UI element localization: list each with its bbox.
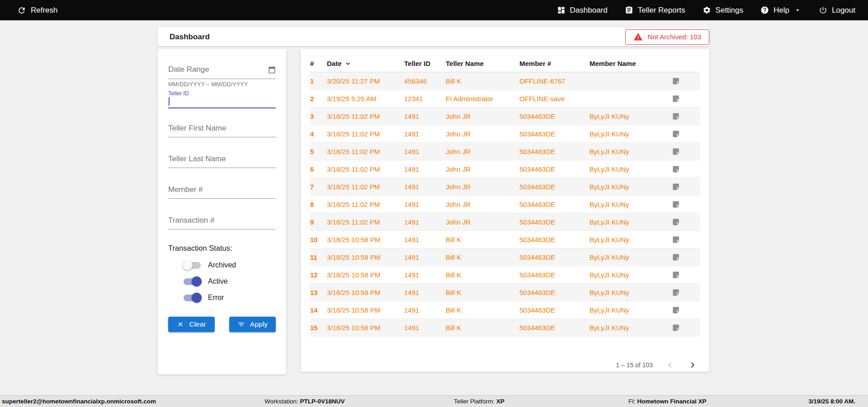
teller-id-cell: 1491	[404, 319, 446, 337]
date-range-input[interactable]	[168, 65, 268, 74]
note-icon[interactable]	[672, 288, 680, 297]
note-cell	[669, 160, 700, 178]
date-cell: 3/18/25 10:58 PM	[327, 301, 404, 319]
note-icon[interactable]	[672, 147, 680, 156]
apply-button[interactable]: Apply	[229, 317, 276, 332]
note-icon[interactable]	[672, 218, 680, 226]
transactions-table: # Date Teller ID Teller Name Member # Me…	[310, 53, 700, 337]
error-toggle[interactable]	[183, 292, 202, 303]
note-cell	[669, 231, 700, 248]
teller-id-cell: 1491	[404, 301, 446, 319]
nav-help-label: Help	[774, 6, 789, 15]
clear-button[interactable]: Clear	[168, 317, 215, 332]
note-icon[interactable]	[672, 271, 680, 279]
member-number-cell: 5034463DE	[519, 319, 590, 337]
teller-name-cell: Bill K	[446, 72, 519, 90]
note-cell	[669, 125, 700, 143]
teller-name-cell: John JR	[446, 178, 519, 196]
chevron-left-icon	[665, 360, 675, 370]
note-icon[interactable]	[672, 235, 680, 244]
note-cell	[669, 213, 700, 231]
date-cell: 3/18/25 10:58 PM	[327, 319, 404, 337]
member-name-cell: ByLyJI KUNy	[590, 108, 669, 125]
note-icon[interactable]	[672, 323, 680, 332]
text-cursor	[169, 97, 170, 106]
table-row[interactable]: 143/18/25 10:58 PM1491Bill K5034463DEByL…	[310, 301, 700, 319]
note-cell	[669, 284, 700, 301]
teller-id-cell: 12341	[404, 90, 446, 108]
member-number-cell: OFFLINE-6767	[519, 72, 590, 90]
table-row[interactable]: 83/18/25 11:02 PM1491John JR5034463DEByL…	[310, 196, 700, 213]
member-name-cell: ByLyJI KUNy	[590, 301, 669, 319]
next-page-button[interactable]	[687, 360, 698, 370]
nav-settings[interactable]: Settings	[703, 6, 743, 15]
table-row[interactable]: 93/18/25 11:02 PM1491John JR5034463DEByL…	[310, 213, 700, 231]
nav-logout[interactable]: Logout	[819, 6, 855, 15]
table-row[interactable]: 123/18/25 10:58 PM1491Bill K5034463DEByL…	[310, 266, 700, 284]
note-icon[interactable]	[672, 253, 680, 262]
nav-dashboard[interactable]: Dashboard	[557, 6, 608, 15]
table-row[interactable]: 103/18/25 10:58 PM1491Bill K5034463DEByL…	[310, 231, 700, 248]
nav-teller-reports[interactable]: Teller Reports	[625, 6, 685, 15]
prev-page-button[interactable]	[665, 360, 675, 370]
error-toggle-label: Error	[208, 294, 224, 302]
teller-id-cell: 1491	[404, 248, 446, 266]
teller-first-name-input[interactable]	[168, 124, 276, 133]
teller-name-cell: Bill K	[446, 248, 519, 266]
note-icon[interactable]	[672, 306, 680, 314]
note-cell	[669, 248, 700, 266]
table-row[interactable]: 73/18/25 11:02 PM1491John JR5034463DEByL…	[310, 178, 700, 196]
table-row[interactable]: 113/18/25 10:58 PM1491Bill K5034463DEByL…	[310, 248, 700, 266]
row-number: 9	[310, 213, 327, 231]
teller-last-name-input[interactable]	[168, 154, 276, 164]
note-icon[interactable]	[672, 130, 680, 138]
dashboard-icon	[557, 6, 566, 14]
table-row[interactable]: 133/18/25 10:58 PM1491Bill K5034463DEByL…	[310, 284, 700, 301]
table-row[interactable]: 13/20/25 11:27 PM456346Bill KOFFLINE-676…	[310, 72, 700, 90]
topbar-nav: Dashboard Teller Reports Settings Help L…	[557, 6, 855, 15]
col-teller-id[interactable]: Teller ID	[404, 53, 446, 72]
note-icon[interactable]	[672, 94, 680, 103]
refresh-button[interactable]: Refresh	[17, 6, 58, 15]
table-row[interactable]: 33/18/25 11:02 PM1491John JR5034463DEByL…	[310, 108, 700, 125]
nav-help[interactable]: Help	[760, 6, 802, 15]
col-date[interactable]: Date	[327, 53, 404, 72]
note-icon[interactable]	[672, 182, 680, 191]
note-icon[interactable]	[672, 112, 680, 121]
table-row[interactable]: 23/19/25 5:25 AM12341FI AdministratorOFF…	[310, 90, 700, 108]
member-name-cell: ByLyJI KUNy	[590, 196, 669, 213]
table-row[interactable]: 53/18/25 11:02 PM1491John JR5034463DEByL…	[310, 143, 700, 160]
member-name-cell: ByLyJI KUNy	[590, 160, 669, 178]
note-icon[interactable]	[672, 77, 680, 85]
col-member-name[interactable]: Member Name	[590, 53, 669, 72]
member-number-input[interactable]	[168, 185, 276, 194]
table-row[interactable]: 153/18/25 10:58 PM1491Bill K5034463DEByL…	[310, 319, 700, 337]
col-member-number[interactable]: Member #	[519, 53, 590, 72]
row-number: 10	[310, 231, 327, 248]
member-number-cell: 5034463DE	[519, 160, 590, 178]
teller-name-cell: Bill K	[446, 301, 519, 319]
teller-id-cell: 1491	[404, 284, 446, 301]
row-number: 8	[310, 196, 327, 213]
col-number[interactable]: #	[310, 53, 327, 72]
row-number: 3	[310, 108, 327, 125]
not-archived-badge[interactable]: Not Archived: 103	[625, 29, 709, 45]
teller-id-cell: 1491	[404, 266, 446, 284]
note-icon[interactable]	[672, 165, 680, 173]
table-row[interactable]: 63/18/25 11:02 PM1491John JR5034463DEByL…	[310, 160, 700, 178]
transaction-number-input[interactable]	[168, 216, 276, 225]
calendar-button[interactable]	[268, 66, 276, 74]
fi-info: FI: Hometown Financial XP	[628, 398, 707, 405]
date-cell: 3/18/25 11:02 PM	[327, 178, 404, 196]
help-icon	[760, 6, 769, 14]
archived-toggle[interactable]	[183, 260, 202, 271]
member-number-cell: 5034463DE	[519, 178, 590, 196]
member-name-cell: ByLyJI KUNy	[590, 213, 669, 231]
active-toggle[interactable]	[183, 276, 202, 287]
col-teller-name[interactable]: Teller Name	[446, 53, 519, 72]
teller-id-input[interactable]	[168, 97, 276, 108]
note-icon[interactable]	[672, 200, 680, 209]
table-row[interactable]: 43/18/25 11:02 PM1491John JR5034463DEByL…	[310, 125, 700, 143]
row-number: 15	[310, 319, 327, 337]
teller-name-cell: John JR	[446, 213, 519, 231]
